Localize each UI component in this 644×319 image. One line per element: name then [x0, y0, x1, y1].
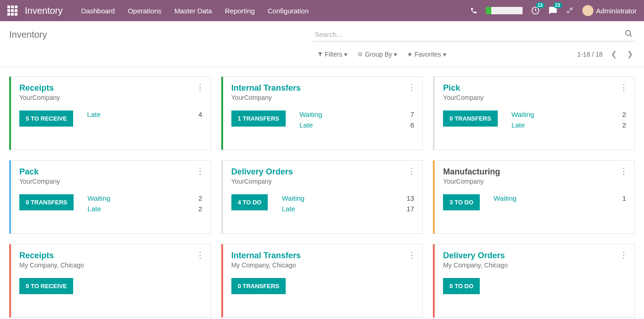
kebab-icon[interactable]: ⋮	[620, 251, 628, 259]
stat-value: 2	[198, 205, 202, 213]
card-title[interactable]: Manufacturing	[443, 167, 626, 177]
card-title[interactable]: Receipts	[19, 251, 202, 261]
stat-row: Late6	[299, 121, 414, 129]
stat-label[interactable]: Late	[512, 121, 525, 129]
tools-icon[interactable]	[566, 6, 574, 15]
stat-row: Late2	[512, 121, 626, 129]
stat-row: Late2	[87, 205, 202, 213]
card-stats: Waiting7Late6	[299, 110, 414, 129]
stat-row: Late4	[87, 110, 202, 118]
pager-prev[interactable]: ❮	[609, 48, 619, 60]
kanban-card: ⋮ManufacturingYourCompany3 TO DOWaiting1	[433, 160, 635, 234]
kanban-card: ⋮PackYourCompany0 TRANSFERSWaiting2Late2	[9, 160, 211, 234]
stat-row: Waiting13	[282, 194, 414, 202]
nav-master-data[interactable]: Master Data	[174, 7, 212, 15]
nav-operations[interactable]: Operations	[128, 7, 161, 15]
stat-label[interactable]: Waiting	[512, 110, 534, 118]
card-action-button[interactable]: 3 TO DO	[443, 194, 480, 210]
kebab-icon[interactable]: ⋮	[196, 167, 204, 175]
user-name: Administrator	[596, 7, 637, 15]
caret-down-icon: ▾	[344, 51, 347, 58]
nav-reporting[interactable]: Reporting	[225, 7, 255, 15]
top-navbar: Inventory Dashboard Operations Master Da…	[0, 0, 644, 21]
card-stats: Late4	[87, 110, 202, 118]
card-action-button[interactable]: 0 TRANSFERS	[443, 110, 497, 127]
svg-line-2	[630, 35, 632, 37]
card-body: 0 TO DO	[443, 278, 626, 294]
card-action-button[interactable]: 0 TO RECEIVE	[19, 278, 73, 294]
card-action-button[interactable]: 0 TO DO	[443, 278, 480, 294]
card-action-button[interactable]: 4 TO DO	[231, 194, 268, 210]
stat-label[interactable]: Waiting	[299, 110, 322, 118]
nav-menu: Dashboard Operations Master Data Reporti…	[81, 7, 309, 15]
card-stats: Waiting1	[494, 194, 626, 202]
stat-row: Waiting2	[512, 110, 626, 118]
card-company: My Company, Chicago	[443, 261, 626, 269]
card-title[interactable]: Receipts	[19, 83, 202, 93]
card-body: 1 TRANSFERSWaiting7Late6	[231, 110, 414, 129]
kanban-card: ⋮Internal TransfersYourCompany1 TRANSFER…	[221, 76, 423, 150]
kebab-icon[interactable]: ⋮	[196, 83, 204, 92]
card-action-button[interactable]: 0 TRANSFERS	[19, 194, 74, 210]
phone-icon[interactable]	[470, 7, 477, 14]
toolbar: Filters ▾ Group By ▾ Favorites ▾ 1-18 / …	[0, 45, 644, 67]
card-action-button[interactable]: 0 TRANSFERS	[231, 278, 286, 294]
stat-value: 2	[198, 194, 202, 202]
kebab-icon[interactable]: ⋮	[620, 167, 628, 175]
filter-group: Filters ▾ Group By ▾ Favorites ▾	[317, 51, 446, 58]
app-brand[interactable]: Inventory	[25, 6, 63, 16]
search-wrap	[313, 28, 635, 41]
card-title[interactable]: Internal Transfers	[231, 83, 414, 93]
stat-label[interactable]: Late	[282, 205, 295, 213]
card-action-button[interactable]: 5 TO RECEIVE	[19, 110, 73, 127]
apps-icon[interactable]	[7, 6, 17, 16]
svg-point-1	[626, 30, 631, 35]
search-input[interactable]	[313, 28, 635, 41]
card-title[interactable]: Delivery Orders	[443, 251, 626, 261]
stat-label[interactable]: Waiting	[282, 194, 304, 202]
kanban-card: ⋮ReceiptsYourCompany5 TO RECEIVELate4	[9, 76, 211, 150]
groupby-button[interactable]: Group By ▾	[357, 51, 397, 58]
card-company: YourCompany	[443, 178, 626, 185]
card-action-button[interactable]: 1 TRANSFERS	[231, 110, 286, 127]
nav-configuration[interactable]: Configuration	[268, 7, 309, 15]
section-header: Inventory	[0, 21, 644, 45]
stat-label[interactable]: Late	[87, 205, 101, 213]
card-title[interactable]: Pack	[19, 167, 202, 177]
kanban-card: ⋮PickYourCompany0 TRANSFERSWaiting2Late2	[433, 76, 635, 150]
progress-bar[interactable]	[486, 7, 523, 14]
card-title[interactable]: Delivery Orders	[231, 167, 414, 177]
favorites-button[interactable]: Favorites ▾	[407, 51, 446, 58]
kebab-icon[interactable]: ⋮	[408, 83, 416, 92]
nav-right: 13 23 Administrator	[470, 5, 637, 16]
page-title: Inventory	[9, 29, 47, 40]
user-menu[interactable]: Administrator	[582, 5, 637, 16]
stat-label[interactable]: Late	[299, 121, 313, 129]
kebab-icon[interactable]: ⋮	[196, 251, 204, 259]
kebab-icon[interactable]: ⋮	[408, 167, 416, 175]
chat-icon[interactable]: 23	[548, 6, 558, 15]
kebab-icon[interactable]: ⋮	[620, 83, 628, 92]
kanban-card: ⋮Internal TransfersMy Company, Chicago0 …	[221, 244, 423, 318]
nav-dashboard[interactable]: Dashboard	[81, 7, 115, 15]
card-stats: Waiting13Late17	[282, 194, 414, 213]
stat-value: 13	[407, 194, 414, 202]
pager-next[interactable]: ❯	[625, 48, 635, 60]
card-company: My Company, Chicago	[19, 261, 202, 269]
stat-row: Waiting7	[299, 110, 414, 118]
stat-value: 2	[622, 110, 626, 118]
card-title[interactable]: Pick	[443, 83, 626, 93]
pager-text: 1-18 / 18	[577, 51, 603, 58]
stat-label[interactable]: Waiting	[87, 194, 110, 202]
card-title[interactable]: Internal Transfers	[231, 251, 414, 261]
kebab-icon[interactable]: ⋮	[408, 251, 416, 259]
kanban-card: ⋮Delivery OrdersMy Company, Chicago0 TO …	[433, 244, 635, 318]
stat-value: 2	[622, 121, 626, 129]
search-icon[interactable]	[625, 29, 633, 38]
stat-label[interactable]: Waiting	[494, 194, 516, 202]
card-body: 0 TRANSFERSWaiting2Late2	[443, 110, 626, 129]
caret-down-icon: ▾	[443, 51, 446, 58]
stat-label[interactable]: Late	[87, 110, 100, 118]
activity-icon[interactable]: 13	[531, 6, 540, 15]
filters-button[interactable]: Filters ▾	[317, 51, 347, 58]
